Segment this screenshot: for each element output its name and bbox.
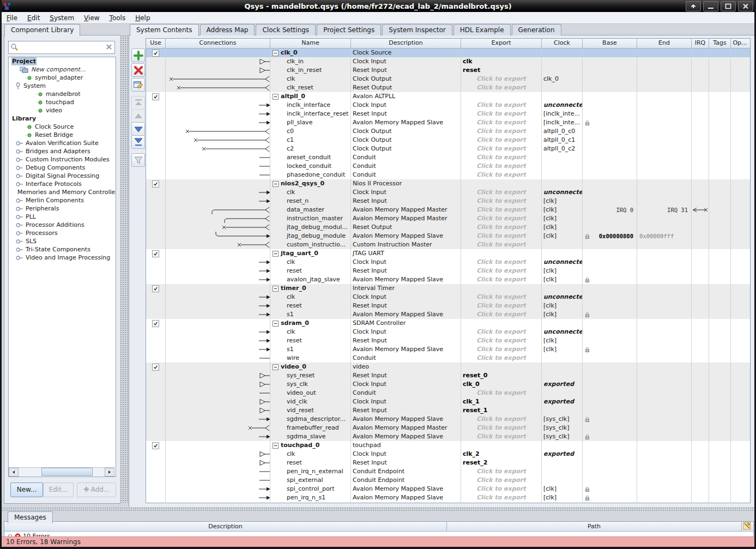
vertical-splitter[interactable] — [120, 35, 129, 503]
cell-base[interactable] — [583, 371, 637, 380]
column-header-connections[interactable]: Connections — [166, 39, 270, 48]
cell-base[interactable] — [583, 267, 637, 275]
cell-connections[interactable] — [166, 319, 270, 328]
table-row[interactable]: clk Clock Input Click to export unconnec… — [146, 258, 750, 267]
use-checkbox[interactable] — [152, 320, 159, 327]
cell-connections[interactable] — [166, 118, 270, 127]
cell-clock[interactable]: unconnected — [542, 188, 583, 197]
table-row[interactable]: pen_irq_n_external Conduit Endpoint Clic… — [146, 467, 750, 476]
click-to-export[interactable]: Click to export — [461, 354, 541, 363]
cell-base[interactable] — [583, 75, 637, 83]
cell-connections[interactable] — [166, 432, 270, 441]
cell-clock[interactable] — [542, 162, 583, 171]
click-to-export[interactable]: Click to export — [461, 389, 541, 397]
edit-button[interactable]: Edit... — [43, 482, 74, 497]
cell-connections[interactable] — [166, 424, 270, 432]
column-header-irq[interactable]: IRQ — [692, 39, 709, 48]
cell-connections[interactable] — [166, 171, 270, 179]
menu-system[interactable]: System — [45, 13, 79, 23]
use-checkbox[interactable] — [152, 364, 159, 371]
cell-connections[interactable] — [166, 336, 270, 345]
cell-connections[interactable] — [166, 284, 270, 293]
tree-expanded-handle-icon[interactable] — [15, 82, 21, 90]
table-row[interactable]: clk Clock Input Click to export unconnec… — [146, 293, 750, 301]
click-to-export[interactable]: Click to export — [461, 275, 541, 284]
cell-connections[interactable] — [166, 75, 270, 83]
tree-collapsed-handle-icon[interactable] — [15, 165, 23, 171]
cell-connections[interactable] — [166, 380, 270, 389]
column-header-description[interactable]: Description — [4, 522, 447, 531]
tree-item-library[interactable]: Library — [9, 114, 116, 123]
click-to-export[interactable]: Click to export — [461, 432, 541, 441]
cell-base[interactable] — [583, 49, 637, 57]
menu-view[interactable]: View — [79, 13, 104, 23]
click-to-export[interactable]: Click to export — [461, 127, 541, 136]
click-to-export[interactable]: Click to export — [461, 188, 541, 197]
collapse-toggle-icon[interactable] — [273, 251, 279, 257]
cell-connections[interactable] — [166, 162, 270, 171]
cell-clock[interactable]: [clk] — [542, 493, 583, 502]
tree-item-digital-signal-processing[interactable]: Digital Signal Processing — [9, 172, 116, 180]
use-checkbox[interactable] — [152, 180, 159, 188]
cell-clock[interactable] — [542, 354, 583, 363]
cell-clock[interactable] — [542, 319, 583, 328]
cell-clock[interactable]: altpll_0_c0 — [542, 127, 583, 136]
click-to-export[interactable]: Click to export — [461, 424, 541, 432]
cell-connections[interactable] — [166, 179, 270, 188]
cell-base[interactable] — [583, 415, 637, 424]
cell-clock[interactable]: [clk] — [542, 275, 583, 284]
cell-clock[interactable] — [542, 57, 583, 66]
cell-connections[interactable] — [166, 467, 270, 476]
cell-connections[interactable] — [166, 328, 270, 336]
scroll-right-icon[interactable] — [105, 468, 114, 476]
cell-connections[interactable] — [166, 57, 270, 66]
cell-clock[interactable]: [sys_clk] — [542, 415, 583, 424]
tree-item-new-component[interactable]: New component... — [9, 65, 116, 74]
new-button[interactable]: New... — [10, 482, 43, 497]
cell-base[interactable] — [583, 57, 637, 66]
tree-item-clock-source[interactable]: Clock Source — [9, 123, 116, 131]
click-to-export[interactable]: Click to export — [461, 258, 541, 267]
cell-connections[interactable] — [166, 458, 270, 467]
tab-messages[interactable]: Messages — [8, 511, 53, 523]
cell-connections[interactable] — [166, 293, 270, 301]
cell-base[interactable] — [583, 458, 637, 467]
collapse-toggle-icon[interactable] — [273, 286, 279, 292]
click-to-export[interactable]: Click to export — [461, 223, 541, 232]
tree-collapsed-handle-icon[interactable] — [15, 222, 23, 228]
maximize-button[interactable] — [721, 1, 736, 11]
cell-connections[interactable] — [166, 476, 270, 485]
table-row[interactable]: custom_instructio... Custom Instruction … — [146, 240, 750, 249]
click-to-export[interactable]: Click to export — [461, 232, 541, 240]
cell-base[interactable] — [583, 118, 637, 127]
tree-item-pll[interactable]: PLL — [9, 213, 116, 221]
cell-clock[interactable]: exported — [542, 380, 583, 389]
click-to-export[interactable]: Click to export — [461, 310, 541, 319]
cell-connections[interactable] — [166, 49, 270, 57]
click-to-export[interactable]: Click to export — [461, 153, 541, 162]
tree-item-sls[interactable]: SLS — [9, 237, 116, 245]
add-button[interactable] — [131, 49, 145, 62]
cell-base[interactable] — [583, 345, 637, 354]
cell-base[interactable] — [583, 188, 637, 197]
cell-clock[interactable]: [clk] — [542, 267, 583, 275]
cell-connections[interactable] — [166, 310, 270, 319]
cell-base[interactable] — [583, 406, 637, 415]
cell-connections[interactable] — [166, 406, 270, 415]
tree-item-touchpad[interactable]: touchpad — [9, 98, 116, 106]
tree-item-merlin-components[interactable]: Merlin Components — [9, 196, 116, 204]
cell-clock[interactable]: [clk] — [542, 345, 583, 354]
use-checkbox[interactable] — [152, 285, 159, 292]
move-down-button[interactable] — [131, 122, 145, 136]
cell-base[interactable] — [583, 319, 637, 328]
tree-item-reset-bridge[interactable]: Reset Bridge — [9, 131, 116, 139]
cell-base[interactable] — [583, 397, 637, 406]
click-to-export[interactable]: Click to export — [461, 214, 541, 223]
click-to-export[interactable]: Click to export — [461, 493, 541, 502]
tree-item-system[interactable]: System — [9, 82, 116, 90]
search-input[interactable] — [20, 44, 104, 52]
click-to-export[interactable]: Click to export — [461, 206, 541, 214]
cell-connections[interactable] — [166, 136, 270, 144]
click-to-export[interactable]: Click to export — [461, 240, 541, 249]
column-header-path[interactable]: Path — [447, 522, 742, 531]
